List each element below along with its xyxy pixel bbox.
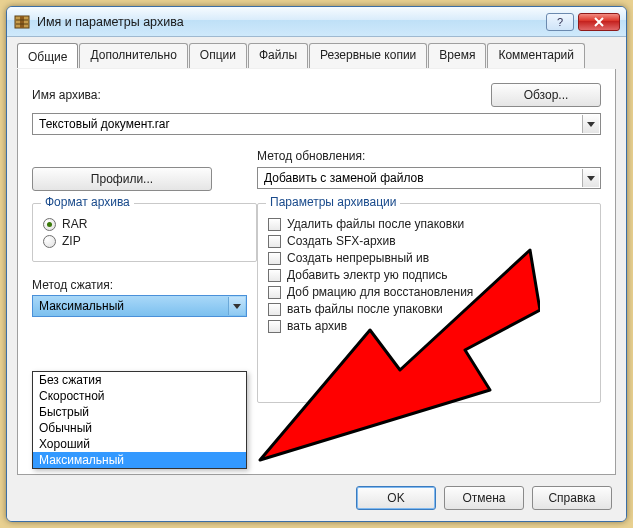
dialog-window: Имя и параметры архива ? Общие Дополните… xyxy=(6,6,627,522)
checkbox-icon xyxy=(268,218,281,231)
checkbox-icon xyxy=(268,235,281,248)
tab-general[interactable]: Общие xyxy=(17,43,78,68)
radio-icon xyxy=(43,235,56,248)
app-icon xyxy=(13,13,31,31)
param-auth[interactable]: Добавить электр ую подпись xyxy=(268,268,590,282)
params-groupbox: Параметры архивации Удалить файлы после … xyxy=(257,203,601,403)
checkbox-icon xyxy=(268,303,281,316)
tab-advanced[interactable]: Дополнительно xyxy=(79,43,187,68)
archive-name-value: Текстовый документ.rar xyxy=(39,117,169,131)
format-rar-radio[interactable]: RAR xyxy=(43,217,246,231)
tab-comment[interactable]: Комментарий xyxy=(487,43,585,68)
param-create-sfx[interactable]: Создать SFX-архив xyxy=(268,234,590,248)
profiles-button[interactable]: Профили... xyxy=(32,167,212,191)
tab-page-general: Имя архива: Обзор... Текстовый документ.… xyxy=(17,69,616,475)
update-method-value: Добавить с заменой файлов xyxy=(264,171,424,185)
param-test[interactable]: вать файлы после упаковки xyxy=(268,302,590,316)
checkbox-icon xyxy=(268,286,281,299)
format-rar-label: RAR xyxy=(62,217,87,231)
dialog-footer: OK Отмена Справка xyxy=(7,475,626,521)
chevron-down-icon xyxy=(582,115,599,133)
format-zip-radio[interactable]: ZIP xyxy=(43,234,246,248)
compression-option[interactable]: Обычный xyxy=(33,420,246,436)
chevron-down-icon xyxy=(228,297,245,315)
compression-dropdown[interactable]: Без сжатия Скоростной Быстрый Обычный Хо… xyxy=(32,371,247,469)
compression-label: Метод сжатия: xyxy=(32,278,113,292)
client-area: Общие Дополнительно Опции Файлы Резервны… xyxy=(7,37,626,521)
tab-options[interactable]: Опции xyxy=(189,43,247,68)
format-zip-label: ZIP xyxy=(62,234,81,248)
ok-button[interactable]: OK xyxy=(356,486,436,510)
help-button[interactable]: Справка xyxy=(532,486,612,510)
svg-rect-1 xyxy=(20,16,24,28)
compression-option[interactable]: Хороший xyxy=(33,436,246,452)
checkbox-icon xyxy=(268,269,281,282)
update-method-combo[interactable]: Добавить с заменой файлов xyxy=(257,167,601,189)
close-button[interactable] xyxy=(578,13,620,31)
radio-icon xyxy=(43,218,56,231)
update-method-label: Метод обновления: xyxy=(257,149,365,163)
close-icon xyxy=(593,16,605,28)
cancel-button[interactable]: Отмена xyxy=(444,486,524,510)
compression-option[interactable]: Быстрый xyxy=(33,404,246,420)
param-delete-after[interactable]: Удалить файлы после упаковки xyxy=(268,217,590,231)
archive-name-input[interactable]: Текстовый документ.rar xyxy=(32,113,601,135)
browse-button[interactable]: Обзор... xyxy=(491,83,601,107)
checkbox-icon xyxy=(268,320,281,333)
compression-option[interactable]: Без сжатия xyxy=(33,372,246,388)
format-groupbox: Формат архива RAR ZIP xyxy=(32,203,257,262)
tab-strip: Общие Дополнительно Опции Файлы Резервны… xyxy=(7,37,626,68)
compression-option-selected[interactable]: Максимальный xyxy=(33,452,246,468)
tab-files[interactable]: Файлы xyxy=(248,43,308,68)
compression-option[interactable]: Скоростной xyxy=(33,388,246,404)
param-recovery[interactable]: Доб рмацию для восстановления xyxy=(268,285,590,299)
compression-value: Максимальный xyxy=(39,299,124,313)
help-button-titlebar[interactable]: ? xyxy=(546,13,574,31)
window-title: Имя и параметры архива xyxy=(37,15,542,29)
titlebar: Имя и параметры архива ? xyxy=(7,7,626,37)
tab-backup[interactable]: Резервные копии xyxy=(309,43,427,68)
checkbox-icon xyxy=(268,252,281,265)
archive-name-label: Имя архива: xyxy=(32,88,101,102)
compression-combo[interactable]: Максимальный xyxy=(32,295,247,317)
format-legend: Формат архива xyxy=(41,195,134,209)
chevron-down-icon xyxy=(582,169,599,187)
params-legend: Параметры архивации xyxy=(266,195,400,209)
param-lock[interactable]: вать архив xyxy=(268,319,590,333)
tab-time[interactable]: Время xyxy=(428,43,486,68)
param-solid[interactable]: Создать непрерывный ив xyxy=(268,251,590,265)
